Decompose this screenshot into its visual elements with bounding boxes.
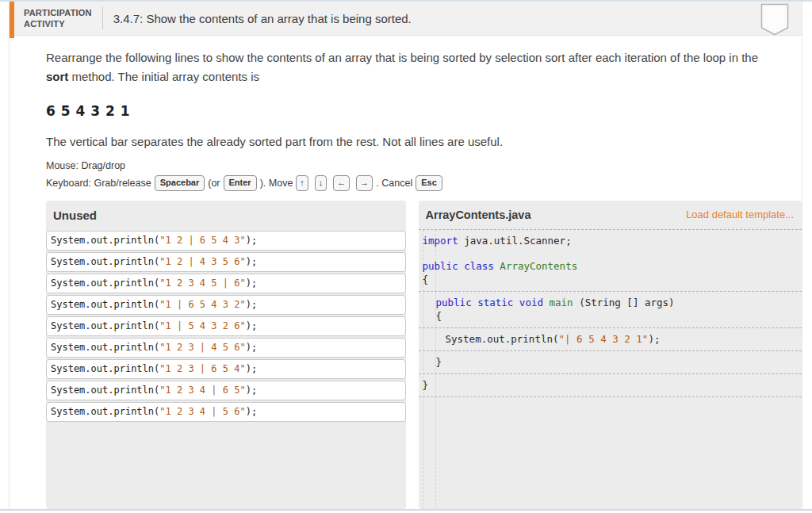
code-string: "1 2 | 4 3 5 6" (159, 256, 245, 267)
code-line-item[interactable]: System.out.println("1 | 6 5 4 3 2"); (46, 295, 406, 315)
code-text: System.out.println( (51, 235, 159, 246)
activity-content: Rearrange the following lines to show th… (10, 36, 802, 509)
code-text: ); (246, 235, 257, 246)
code-text: System.out.println( (51, 406, 159, 417)
code-text: System.out.println( (446, 333, 559, 345)
keyboard-help-move: ). Move (260, 178, 293, 189)
drag-drop-panels: Unused System.out.println("1 2 | 6 5 4 3… (46, 201, 802, 509)
editor-panel: ArrayContents.java Load default template… (419, 201, 802, 509)
code-text: System.out.println( (51, 320, 159, 331)
code-line: } (423, 355, 802, 369)
mouse-help-line: Mouse: Drag/drop (46, 160, 802, 171)
code-string: "1 2 | 6 5 4 3" (159, 235, 245, 246)
code-line: public static void main (String [] args) (423, 296, 802, 309)
editor-filename: ArrayContents.java (426, 209, 531, 221)
code-string: "1 | 6 5 4 3 2" (159, 299, 245, 310)
instructions-text-end: method. The initial array contents is (68, 70, 259, 83)
code-drop-area: import java.util.Scanner; public class A… (419, 229, 802, 509)
badge-line-2: ACTIVITY (24, 18, 92, 29)
blank-code-line (423, 247, 802, 259)
code-text: ); (246, 342, 257, 353)
keyword: import (423, 235, 458, 247)
header-divider (102, 7, 103, 29)
class-name: ArrayContents (500, 260, 577, 272)
arrow-right-key: → (356, 175, 373, 191)
drop-zone-2[interactable]: public static void main (String [] args)… (419, 292, 802, 328)
keyboard-help-line: Keyboard: Grab/release Spacebar (or Ente… (46, 175, 802, 191)
code-string: "1 2 3 4 | 6 5" (159, 385, 245, 396)
activity-header: PARTICIPATION ACTIVITY 3.4.7: Show the c… (10, 2, 802, 36)
enter-key: Enter (224, 175, 257, 191)
code-text: { (436, 310, 442, 322)
code-line: } (423, 378, 802, 392)
code-string: "1 2 3 | 4 5 6" (159, 342, 245, 353)
unused-panel-title: Unused (46, 201, 406, 231)
code-line-item[interactable]: System.out.println("1 2 3 4 | 5 6"); (46, 402, 406, 422)
page-bottom-border (0, 509, 812, 511)
code-line-item[interactable]: System.out.println("1 | 5 4 3 2 6"); (46, 316, 406, 336)
code-string: "1 | 5 4 3 2 6" (159, 320, 245, 331)
participation-accent-bar (10, 2, 14, 38)
drop-zone-1[interactable]: import java.util.Scanner; public class A… (419, 230, 802, 292)
code-line: import java.util.Scanner; (423, 234, 802, 247)
keyboard-help-or: (or (208, 178, 220, 189)
code-text: { (423, 274, 429, 285)
code-string: "1 2 3 4 5 | 6" (159, 278, 245, 289)
editor-header: ArrayContents.java Load default template… (419, 201, 802, 229)
participation-activity-badge: PARTICIPATION ACTIVITY (24, 7, 92, 30)
activity-container: PARTICIPATION ACTIVITY 3.4.7: Show the c… (9, 2, 802, 509)
code-text: System.out.println( (51, 363, 159, 374)
code-string: "1 2 3 4 | 5 6" (159, 406, 245, 417)
spacebar-key: Spacebar (155, 175, 205, 191)
code-string: "| 6 5 4 3 2 1" (559, 333, 649, 345)
code-line: { (423, 309, 802, 323)
code-text: System.out.println( (51, 299, 159, 310)
code-text: System.out.println( (51, 278, 159, 289)
code-text: ); (246, 278, 257, 289)
code-text: ); (246, 406, 257, 417)
interaction-help: Mouse: Drag/drop Keyboard: Grab/release … (46, 160, 802, 191)
code-text: } (436, 356, 442, 368)
code-line: System.out.println("| 6 5 4 3 2 1"); (423, 332, 802, 346)
instructions-text-start: Rearrange the following lines to show th… (46, 51, 758, 64)
code-text: ); (648, 333, 660, 345)
drop-zone-5[interactable]: } (419, 374, 802, 397)
activity-title: 3.4.7: Show the contents of an array tha… (113, 12, 412, 25)
badge-line-1: PARTICIPATION (24, 7, 92, 18)
code-text: ); (246, 299, 257, 310)
code-line-item[interactable]: System.out.println("1 2 3 | 4 5 6"); (46, 338, 406, 358)
unused-panel: Unused System.out.println("1 2 | 6 5 4 3… (46, 201, 406, 509)
code-line-item[interactable]: System.out.println("1 2 3 4 5 | 6"); (46, 274, 406, 293)
initial-array-contents: 6 5 4 3 2 1 (46, 103, 802, 119)
drop-zone-3[interactable]: System.out.println("| 6 5 4 3 2 1"); (419, 328, 802, 351)
code-text: ); (246, 320, 257, 331)
code-text: } (423, 379, 429, 391)
arrow-down-key: ↓ (315, 175, 327, 191)
code-text: System.out.println( (51, 342, 159, 353)
load-default-template-link[interactable]: Load default template... (686, 209, 794, 220)
code-line: { (423, 273, 802, 286)
code-line: public class ArrayContents (423, 259, 802, 273)
keyboard-help-cancel: . Cancel (376, 178, 412, 189)
code-line-item[interactable]: System.out.println("1 2 3 4 | 6 5"); (46, 381, 406, 400)
code-text: java.util.Scanner; (458, 235, 572, 247)
code-text: System.out.println( (51, 256, 159, 267)
code-text: ); (246, 385, 257, 396)
code-text: ); (246, 256, 257, 267)
arrow-up-key: ↑ (296, 175, 308, 191)
code-line-item[interactable]: System.out.println("1 2 3 | 6 5 4"); (46, 359, 406, 379)
code-text: System.out.println( (51, 385, 159, 396)
bookmark-icon[interactable] (760, 3, 789, 36)
code-line-item[interactable]: System.out.println("1 2 | 4 3 5 6"); (46, 252, 406, 272)
arrow-left-key: ← (333, 175, 350, 191)
drop-zone-4[interactable]: } (419, 351, 802, 374)
method-name: main (550, 297, 573, 308)
code-line-item[interactable]: System.out.println("1 2 | 6 5 4 3"); (46, 231, 406, 251)
esc-key: Esc (416, 175, 442, 191)
keyword: public static void (436, 297, 550, 308)
instructions-paragraph: Rearrange the following lines to show th… (46, 48, 766, 87)
code-text: (String [] args) (573, 297, 675, 308)
keyboard-help-prefix: Keyboard: Grab/release (46, 178, 151, 189)
sort-method-term: sort (46, 70, 68, 83)
vertical-bar-note: The vertical bar separates the already s… (46, 135, 802, 148)
